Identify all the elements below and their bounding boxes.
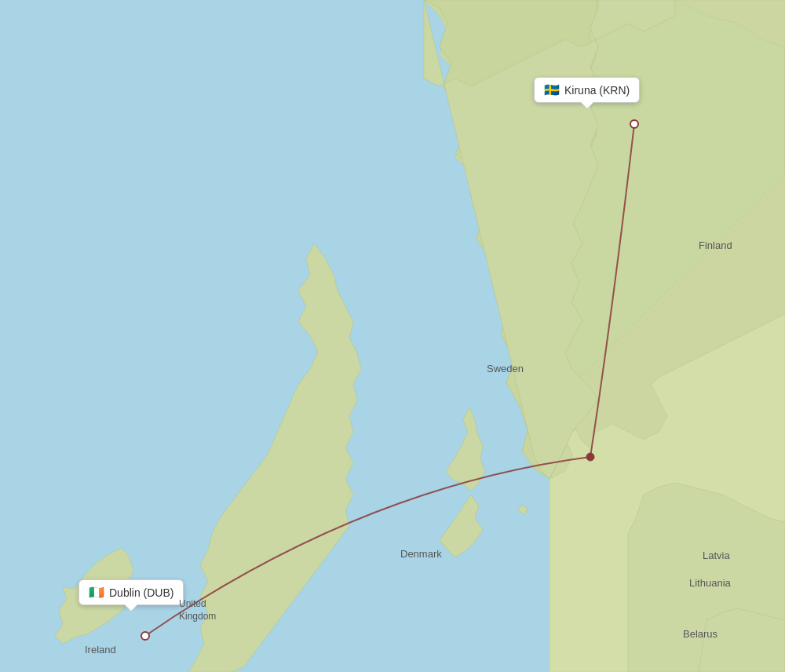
label-belarus: Belarus	[683, 628, 717, 640]
label-lithuania: Lithuania	[689, 577, 731, 589]
label-finland: Finland	[699, 239, 732, 251]
label-ireland: Ireland	[85, 644, 116, 656]
svg-point-2	[630, 120, 638, 128]
label-latvia: Latvia	[703, 550, 730, 561]
label-united-kingdom: UnitedKingdom	[179, 598, 216, 623]
map-svg	[0, 0, 785, 672]
map-container: 🇸🇪 Kiruna (KRN) 🇮🇪 Dublin (DUB) Sweden F…	[0, 0, 785, 672]
svg-point-0	[141, 632, 149, 640]
label-denmark: Denmark	[400, 548, 442, 560]
svg-point-1	[586, 453, 594, 461]
label-sweden: Sweden	[487, 363, 524, 374]
